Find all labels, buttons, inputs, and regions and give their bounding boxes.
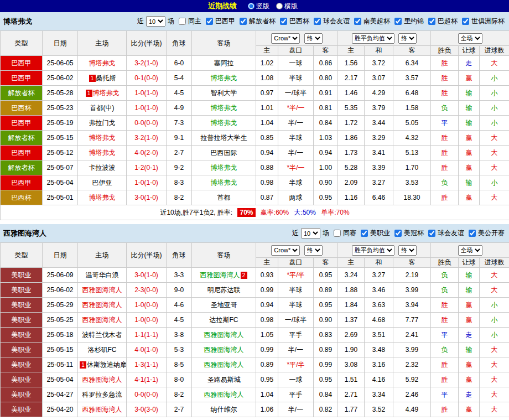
europe-odds-time-select[interactable]: 终 bbox=[398, 245, 417, 256]
filter-checkbox[interactable] bbox=[354, 18, 361, 25]
filter-checkbox[interactable] bbox=[428, 18, 435, 25]
asia-odds-group: Crow* 终 bbox=[256, 31, 338, 46]
team-name: 博塔弗戈 bbox=[3, 17, 32, 27]
filter-巴超杯[interactable]: 巴超杯 bbox=[428, 17, 459, 26]
odds-company-select[interactable]: Crow* bbox=[271, 33, 300, 44]
away-team-name: 西雅图海湾人 bbox=[200, 271, 240, 279]
filter-checkbox[interactable] bbox=[428, 230, 435, 237]
filter-checkbox[interactable] bbox=[206, 18, 213, 25]
result-goals-cell: 大 bbox=[480, 357, 509, 372]
euro-draw-odds: 4.68 bbox=[365, 313, 393, 328]
layout-option-vertical[interactable]: 竖版 bbox=[248, 2, 269, 11]
filter-checkbox[interactable] bbox=[394, 18, 402, 25]
away-team-cell: 圣地亚哥 bbox=[192, 298, 256, 313]
page-title: 近期战绩 bbox=[208, 1, 237, 11]
result-goals-cell: 大 bbox=[480, 160, 509, 175]
filter-同赛[interactable]: 同赛 bbox=[334, 229, 357, 238]
date-cell: 25-05-23 bbox=[43, 101, 78, 116]
filter-解放者杯[interactable]: 解放者杯 bbox=[240, 17, 277, 26]
league-cell: 巴西甲 bbox=[1, 116, 43, 131]
result-wdl-cell: 胜 bbox=[431, 372, 459, 387]
corner-cell: 5-3 bbox=[167, 343, 192, 357]
away-team-name: 明尼苏达联 bbox=[207, 286, 241, 294]
filter-美冠杯[interactable]: 美冠杯 bbox=[394, 229, 425, 238]
score-cell: 1-1(1-1) bbox=[127, 328, 167, 343]
away-team-name: 纳什维尔 bbox=[211, 406, 237, 413]
away-team-cell: 西雅图海湾人 bbox=[192, 328, 256, 343]
vertical-layout-radio[interactable] bbox=[248, 3, 254, 9]
corner-cell: 8-3 bbox=[167, 175, 192, 190]
asia-odds-time-select[interactable]: 终 bbox=[304, 245, 323, 256]
match-count-select[interactable]: 10 bbox=[301, 228, 320, 238]
euro-away-odds: 18.30 bbox=[393, 190, 431, 205]
result-goals-cell: 小 bbox=[480, 175, 509, 190]
filter-球会友谊[interactable]: 球会友谊 bbox=[428, 229, 465, 238]
section-header: 西雅图海湾人 近10场同赛美职业美冠杯球会友谊美公开赛 bbox=[0, 224, 509, 242]
home-team-name: 博塔弗戈 bbox=[93, 89, 120, 97]
home-team-name: 西雅图海湾人 bbox=[82, 316, 122, 324]
match-row: 解放者杯25-05-07卡拉波波1-2(0-1)9-2博塔弗戈0.88*半/一1… bbox=[1, 160, 509, 175]
result-wdl-cell: 胜 bbox=[431, 402, 459, 417]
horizontal-layout-radio[interactable] bbox=[276, 3, 283, 9]
date-cell: 25-05-01 bbox=[43, 190, 78, 205]
filter-checkbox[interactable] bbox=[280, 18, 287, 25]
section-seattle: 西雅图海湾人 近10场同赛美职业美冠杯球会友谊美公开赛 类型 日期 主场 比分(… bbox=[0, 224, 509, 417]
result-wdl-cell: 负 bbox=[431, 101, 459, 116]
result-handicap-cell: 输 bbox=[459, 343, 480, 357]
asia-home-odds: 1.04 bbox=[256, 387, 278, 402]
corner-cell: 7-3 bbox=[167, 116, 192, 131]
filter-checkbox[interactable] bbox=[334, 230, 341, 237]
result-scope-select[interactable]: 全场 bbox=[458, 245, 482, 256]
layout-option-horizontal[interactable]: 横版 bbox=[276, 2, 298, 11]
filter-checkbox[interactable] bbox=[394, 230, 402, 237]
result-handicap-cell: 赢 bbox=[459, 146, 480, 160]
away-team-cell: 西雅图海湾人 bbox=[192, 357, 256, 372]
filter-同主[interactable]: 同主 bbox=[179, 17, 202, 26]
match-row: 美职业25-05-111休斯敦迪纳摩1-3(1-1)8-5西雅图海湾人0.89*… bbox=[1, 357, 509, 372]
filter-checkbox[interactable] bbox=[361, 230, 368, 237]
asia-handicap-line: 一球 bbox=[278, 56, 314, 71]
result-wdl-cell: 负 bbox=[431, 175, 459, 190]
europe-odds-time-select[interactable]: 终 bbox=[398, 33, 417, 44]
date-cell: 25-04-27 bbox=[43, 387, 78, 402]
result-wdl-cell: 负 bbox=[431, 283, 459, 298]
home-team-name: 温哥华白浪 bbox=[86, 271, 119, 279]
filter-checkbox[interactable] bbox=[179, 18, 186, 25]
score-cell: 3-0(1-0) bbox=[127, 268, 167, 283]
europe-odds-type-select[interactable]: 胜平负均值 bbox=[352, 245, 394, 256]
result-handicap-cell: 赢 bbox=[459, 160, 480, 175]
asia-home-odds: 0.88 bbox=[256, 160, 278, 175]
odds-company-select[interactable]: Crow* bbox=[271, 245, 300, 256]
euro-draw-odds: 3.48 bbox=[365, 343, 393, 357]
corner-cell: 8-5 bbox=[167, 357, 192, 372]
asia-away-odds: 0.84 bbox=[314, 387, 338, 402]
match-count-select[interactable]: 10 bbox=[146, 16, 165, 27]
euro-away-odds: 3.99 bbox=[393, 283, 431, 298]
filter-美职业[interactable]: 美职业 bbox=[361, 229, 391, 238]
near-label: 近 bbox=[137, 17, 144, 26]
result-scope-select[interactable]: 全场 bbox=[458, 33, 482, 44]
asia-handicap-line: 两球 bbox=[278, 190, 314, 205]
europe-odds-type-select[interactable]: 胜平负均值 bbox=[352, 33, 394, 44]
filter-checkbox[interactable] bbox=[462, 18, 469, 25]
filter-checkbox[interactable] bbox=[469, 230, 476, 237]
match-row: 解放者杯25-05-281博塔弗戈1-0(1-0)4-5智利大学0.97一/球半… bbox=[1, 86, 509, 101]
filter-checkbox[interactable] bbox=[240, 18, 247, 25]
result-goals-cell: 大 bbox=[480, 268, 509, 283]
filter-checkbox[interactable] bbox=[314, 18, 321, 25]
euro-draw-odds: 3.63 bbox=[365, 298, 393, 313]
match-row: 美职业25-05-29西雅图海湾人1-0(0-0)4-6圣地亚哥0.94半球0.… bbox=[1, 298, 509, 313]
filter-世俱洲际杯[interactable]: 世俱洲际杯 bbox=[462, 17, 506, 26]
filter-球会友谊[interactable]: 球会友谊 bbox=[314, 17, 351, 26]
asia-home-odds: 0.95 bbox=[256, 372, 278, 387]
filter-里约锦[interactable]: 里约锦 bbox=[394, 17, 425, 26]
asia-home-odds: 0.99 bbox=[256, 343, 278, 357]
filter-美公开赛[interactable]: 美公开赛 bbox=[469, 229, 506, 238]
filter-巴西甲[interactable]: 巴西甲 bbox=[206, 17, 236, 26]
filter-label: 南美超杯 bbox=[363, 17, 390, 26]
filter-巴西杯[interactable]: 巴西杯 bbox=[280, 17, 310, 26]
asia-home-odds: 0.98 bbox=[256, 313, 278, 328]
col-asia-home: 主 bbox=[256, 46, 278, 56]
filter-南美超杯[interactable]: 南美超杯 bbox=[354, 17, 391, 26]
asia-odds-time-select[interactable]: 终 bbox=[304, 33, 323, 44]
